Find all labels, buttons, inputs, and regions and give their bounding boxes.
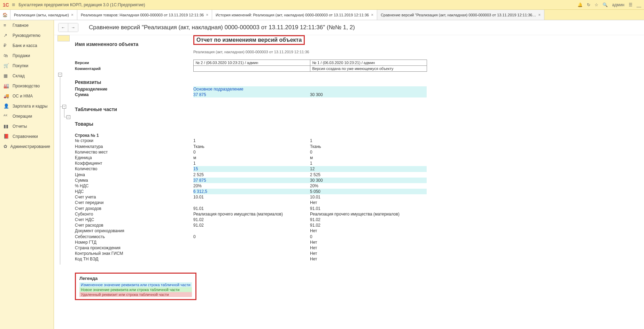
bell-icon[interactable]: 🔔 [577,2,583,7]
row-label: Счет доходов [75,206,193,211]
row-value-v1: 0 [310,149,427,155]
tab-label: Реализация товаров: Накладная 0000-00000… [81,13,204,17]
row-value-v2 [193,256,310,262]
row-value-v1: 20% [310,183,427,189]
titlebar: 1C ≡ Бухгалтерия предприятия КОРП, редак… [0,0,644,10]
sidebar-item[interactable]: 🏭Производство [0,81,54,91]
data-row: Количество мест00 [75,149,644,155]
menu-icon[interactable]: ≡ [12,2,15,8]
home-button[interactable]: 🏠 [0,10,10,20]
data-row: СубконтоРеализация прочего имущества (ма… [75,211,644,217]
star-icon[interactable]: ☆ [595,2,598,7]
sidebar-icon: ✿ [3,144,8,149]
tab-label: Сравнение версий "Реализация (акт, накла… [381,13,536,17]
row-label: Счет расходов [75,222,193,228]
close-icon[interactable]: × [538,13,541,17]
row-label: Строка № 1 [75,133,644,138]
row-value-v2: 1 [193,160,310,166]
sidebar-item-label: Руководителю [13,33,40,38]
sidebar-item-label: Справочники [13,134,38,139]
titlebar-right-icons: 🔔 ↻ ☆ 🔍 админ ☰ __ [577,2,641,7]
sidebar-item[interactable]: 🚚ОС и НМА [0,91,54,101]
sidebar-item[interactable]: 🛍Продажи [0,50,54,61]
sidebar-item[interactable]: ₽Банк и касса [0,40,54,50]
app-title: Бухгалтерия предприятия КОРП, редакция 3… [18,2,577,7]
data-row: Код ТН ВЭДНет [75,256,644,262]
row-value-v2: 20% [193,183,310,189]
sidebar-item[interactable]: ▮▮Отчеты [0,121,54,131]
drawer-icon[interactable]: ☰ [629,2,633,7]
sidebar-item-label: Отчеты [13,124,27,129]
data-row: ПодразделениеОсновное подразделение [75,86,644,92]
sidebar-icon: 🚚 [3,93,10,99]
user-label[interactable]: админ [612,2,624,7]
data-row: № строки11 [75,138,644,143]
close-icon[interactable]: × [71,13,73,17]
data-row: Счет расходов91.0291.02 [75,222,644,228]
content-header: ← → Сравнение версий "Реализация (акт, н… [54,20,644,35]
row-label: Сумма [75,92,193,97]
data-row: Единицамм [75,155,644,160]
row-value-v2: 91.02 [193,217,310,222]
tree-line [64,117,67,117]
tab-3[interactable]: История изменений: Реализация (акт, накл… [212,10,377,20]
row-value-v1: Нет [310,251,427,256]
back-button[interactable]: ← [59,23,68,32]
legend-changed: Измененное значение реквизита или строка… [79,282,192,287]
tab-2[interactable]: Реализация товаров: Накладная 0000-00000… [77,10,212,20]
row-value-v1: Нет [310,256,427,262]
sidebar-item[interactable]: ▦Склад [0,71,54,81]
data-row: Коэффициент11 [75,160,644,166]
sidebar-icon: ₽ [3,43,10,48]
row-value-v1: 91.02 [310,217,427,222]
row-value-v1: 5 050 [310,189,427,194]
close-icon[interactable]: × [206,13,208,17]
sidebar-icon: 👤 [3,103,10,109]
version-comment: Версия создана по уже имеющемуся объекту [310,66,427,72]
sidebar-item[interactable]: 👤Зарплата и кадры [0,101,54,111]
row-value-v2: 0 [193,234,310,240]
row-value-v1: Нет [310,245,427,251]
row-value-v1: Нет [310,200,427,205]
sidebar-icon: ▦ [3,73,10,78]
tree-gutter: − − − [57,35,75,322]
object-name: Реализация (акт, накладная) 0000-000003 … [193,50,644,54]
versions-table: Версии № 2 / (06.03.2020 10:23:21) / адм… [75,60,427,72]
close-icon[interactable]: × [371,13,373,17]
row-value-v2 [193,200,310,205]
row-value-v2: 10.01 [193,194,310,200]
versions-label: Версии [75,60,193,66]
tree-toggle-icon[interactable]: − [58,73,62,77]
row-value-v1: 30 300 [310,92,427,97]
row-value-v2: Ткань [193,144,310,149]
data-row: Страна происхожденияНет [75,245,644,251]
sidebar-item[interactable]: ≡Главное [0,20,54,30]
tree-toggle-icon[interactable]: − [62,105,66,109]
tree-toggle-icon[interactable]: − [67,115,70,119]
sidebar-item-label: Зарплата и кадры [13,104,47,109]
data-row: Сумма37 87530 300 [75,92,644,97]
sidebar-icon: ≡ [3,23,10,28]
forward-button[interactable]: → [68,23,78,32]
row-label: Субконто [75,211,193,217]
sidebar-item[interactable]: ᴬᴷОперации [0,111,54,121]
sidebar-icon: ↗ [3,33,10,38]
row-value-v2: 1 [193,138,310,143]
tab-1[interactable]: Реализация (акты, накладные) × [10,10,77,20]
legend-deleted: Удаленный реквизит или строка табличной … [79,292,192,297]
row-value-v2: 6 312,5 [193,189,310,194]
minimize-icon[interactable]: __ [637,2,641,7]
sidebar-item[interactable]: 🛒Покупки [0,61,54,71]
requisites-label: Реквизиты [75,79,644,85]
search-icon[interactable]: 🔍 [603,2,608,7]
sidebar-item[interactable]: 📕Справочники [0,131,54,141]
sidebar-item[interactable]: ↗Руководителю [0,30,54,40]
sidebar-item[interactable]: ✿Администрирование [0,141,54,151]
main-area: ≡Главное↗Руководителю₽Банк и касса🛍Прода… [0,20,644,329]
object-name-label: Имя измененного объекта [75,41,193,47]
row-label: Счет учета [75,194,193,200]
tab-4-active[interactable]: Сравнение версий "Реализация (акт, накла… [377,10,544,20]
history-icon[interactable]: ↻ [587,2,590,7]
row-value-v2: 0 [193,149,310,155]
row-label: Количество [75,166,193,172]
